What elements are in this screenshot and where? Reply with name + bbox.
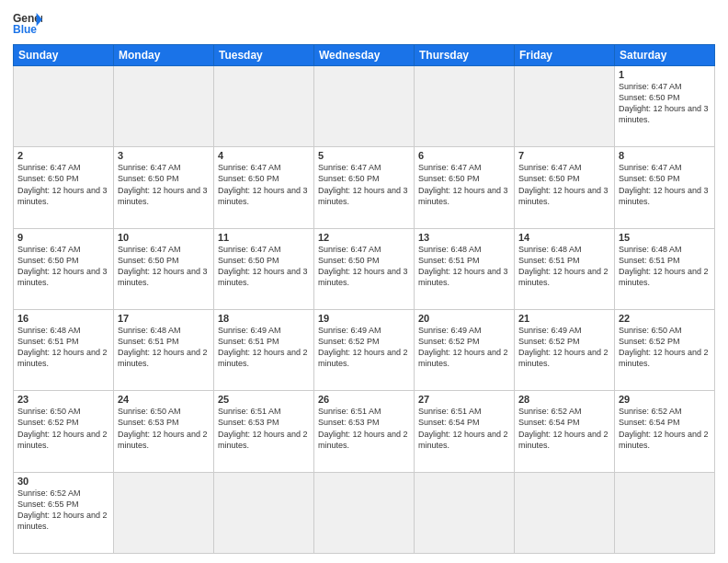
day-number: 25 — [218, 394, 310, 405]
calendar-day — [314, 472, 415, 553]
calendar-day: 14Sunrise: 6:48 AMSunset: 6:51 PMDayligh… — [515, 228, 615, 309]
calendar-day — [515, 472, 615, 553]
day-info: Sunrise: 6:47 AMSunset: 6:50 PMDaylight:… — [518, 162, 610, 207]
day-number: 7 — [518, 150, 610, 161]
calendar-day: 16Sunrise: 6:48 AMSunset: 6:51 PMDayligh… — [14, 309, 114, 390]
calendar-day: 10Sunrise: 6:47 AMSunset: 6:50 PMDayligh… — [114, 228, 214, 309]
day-number: 14 — [518, 232, 610, 243]
day-number: 28 — [518, 394, 610, 405]
calendar-day: 3Sunrise: 6:47 AMSunset: 6:50 PMDaylight… — [114, 147, 214, 228]
day-info: Sunrise: 6:50 AMSunset: 6:53 PMDaylight:… — [118, 406, 210, 451]
weekday-header-wednesday: Wednesday — [314, 45, 415, 66]
day-number: 2 — [17, 150, 109, 161]
day-number: 21 — [518, 313, 610, 324]
calendar-day — [214, 66, 314, 147]
calendar-day: 8Sunrise: 6:47 AMSunset: 6:50 PMDaylight… — [615, 147, 715, 228]
day-info: Sunrise: 6:47 AMSunset: 6:50 PMDaylight:… — [619, 81, 711, 126]
calendar-day: 22Sunrise: 6:50 AMSunset: 6:52 PMDayligh… — [615, 309, 715, 390]
day-number: 17 — [118, 313, 210, 324]
calendar-day: 13Sunrise: 6:48 AMSunset: 6:51 PMDayligh… — [415, 228, 515, 309]
logo-icon: General Blue — [13, 9, 42, 39]
day-info: Sunrise: 6:52 AMSunset: 6:54 PMDaylight:… — [518, 406, 610, 451]
day-number: 4 — [218, 150, 310, 161]
day-info: Sunrise: 6:50 AMSunset: 6:52 PMDaylight:… — [619, 325, 711, 370]
day-info: Sunrise: 6:47 AMSunset: 6:50 PMDaylight:… — [17, 162, 109, 207]
day-number: 10 — [118, 232, 210, 243]
day-number: 15 — [619, 232, 711, 243]
calendar-day: 7Sunrise: 6:47 AMSunset: 6:50 PMDaylight… — [515, 147, 615, 228]
calendar-week-1: 1Sunrise: 6:47 AMSunset: 6:50 PMDaylight… — [14, 66, 715, 147]
day-number: 1 — [619, 69, 711, 80]
day-info: Sunrise: 6:47 AMSunset: 6:50 PMDaylight:… — [619, 162, 711, 207]
calendar-day: 23Sunrise: 6:50 AMSunset: 6:52 PMDayligh… — [14, 391, 114, 472]
calendar-day: 26Sunrise: 6:51 AMSunset: 6:53 PMDayligh… — [314, 391, 415, 472]
weekday-header-sunday: Sunday — [14, 45, 114, 66]
calendar-day: 11Sunrise: 6:47 AMSunset: 6:50 PMDayligh… — [214, 228, 314, 309]
calendar-day: 25Sunrise: 6:51 AMSunset: 6:53 PMDayligh… — [214, 391, 314, 472]
calendar-day — [314, 66, 415, 147]
calendar-week-6: 30Sunrise: 6:52 AMSunset: 6:55 PMDayligh… — [14, 472, 715, 553]
day-info: Sunrise: 6:48 AMSunset: 6:51 PMDaylight:… — [118, 325, 210, 370]
day-number: 13 — [418, 232, 510, 243]
calendar-day: 20Sunrise: 6:49 AMSunset: 6:52 PMDayligh… — [415, 309, 515, 390]
day-info: Sunrise: 6:49 AMSunset: 6:52 PMDaylight:… — [318, 325, 410, 370]
day-info: Sunrise: 6:47 AMSunset: 6:50 PMDaylight:… — [318, 162, 410, 207]
calendar-week-3: 9Sunrise: 6:47 AMSunset: 6:50 PMDaylight… — [14, 228, 715, 309]
calendar-week-5: 23Sunrise: 6:50 AMSunset: 6:52 PMDayligh… — [14, 391, 715, 472]
day-number: 5 — [318, 150, 410, 161]
day-number: 27 — [418, 394, 510, 405]
day-number: 6 — [418, 150, 510, 161]
calendar-day: 15Sunrise: 6:48 AMSunset: 6:51 PMDayligh… — [615, 228, 715, 309]
day-info: Sunrise: 6:47 AMSunset: 6:50 PMDaylight:… — [418, 162, 510, 207]
header: General Blue — [13, 9, 715, 39]
day-info: Sunrise: 6:47 AMSunset: 6:50 PMDaylight:… — [218, 162, 310, 207]
calendar-day — [515, 66, 615, 147]
weekday-header-row: SundayMondayTuesdayWednesdayThursdayFrid… — [14, 45, 715, 66]
day-number: 16 — [17, 313, 109, 324]
day-info: Sunrise: 6:52 AMSunset: 6:55 PMDaylight:… — [17, 488, 109, 533]
day-number: 12 — [318, 232, 410, 243]
weekday-header-monday: Monday — [114, 45, 214, 66]
weekday-header-friday: Friday — [515, 45, 615, 66]
calendar-day: 29Sunrise: 6:52 AMSunset: 6:54 PMDayligh… — [615, 391, 715, 472]
calendar-day — [114, 66, 214, 147]
calendar-day — [14, 66, 114, 147]
svg-text:Blue: Blue — [13, 23, 37, 36]
calendar-week-2: 2Sunrise: 6:47 AMSunset: 6:50 PMDaylight… — [14, 147, 715, 228]
day-info: Sunrise: 6:47 AMSunset: 6:50 PMDaylight:… — [118, 162, 210, 207]
calendar-day: 24Sunrise: 6:50 AMSunset: 6:53 PMDayligh… — [114, 391, 214, 472]
day-number: 26 — [318, 394, 410, 405]
day-info: Sunrise: 6:47 AMSunset: 6:50 PMDaylight:… — [118, 244, 210, 289]
day-info: Sunrise: 6:47 AMSunset: 6:50 PMDaylight:… — [17, 244, 109, 289]
day-info: Sunrise: 6:51 AMSunset: 6:53 PMDaylight:… — [318, 406, 410, 451]
calendar-day: 27Sunrise: 6:51 AMSunset: 6:54 PMDayligh… — [415, 391, 515, 472]
day-info: Sunrise: 6:48 AMSunset: 6:51 PMDaylight:… — [518, 244, 610, 289]
weekday-header-saturday: Saturday — [615, 45, 715, 66]
day-info: Sunrise: 6:47 AMSunset: 6:50 PMDaylight:… — [218, 244, 310, 289]
day-number: 24 — [118, 394, 210, 405]
calendar-table: SundayMondayTuesdayWednesdayThursdayFrid… — [13, 44, 715, 554]
calendar-day: 12Sunrise: 6:47 AMSunset: 6:50 PMDayligh… — [314, 228, 415, 309]
day-info: Sunrise: 6:48 AMSunset: 6:51 PMDaylight:… — [17, 325, 109, 370]
day-number: 30 — [17, 476, 109, 487]
day-info: Sunrise: 6:48 AMSunset: 6:51 PMDaylight:… — [418, 244, 510, 289]
page: General Blue SundayMondayTuesdayWednesda… — [0, 0, 728, 563]
day-info: Sunrise: 6:48 AMSunset: 6:51 PMDaylight:… — [619, 244, 711, 289]
calendar-day: 9Sunrise: 6:47 AMSunset: 6:50 PMDaylight… — [14, 228, 114, 309]
day-info: Sunrise: 6:50 AMSunset: 6:52 PMDaylight:… — [17, 406, 109, 451]
day-info: Sunrise: 6:49 AMSunset: 6:52 PMDaylight:… — [418, 325, 510, 370]
calendar-day: 5Sunrise: 6:47 AMSunset: 6:50 PMDaylight… — [314, 147, 415, 228]
day-info: Sunrise: 6:47 AMSunset: 6:50 PMDaylight:… — [318, 244, 410, 289]
calendar-day — [615, 472, 715, 553]
day-number: 11 — [218, 232, 310, 243]
calendar-day: 21Sunrise: 6:49 AMSunset: 6:52 PMDayligh… — [515, 309, 615, 390]
day-number: 8 — [619, 150, 711, 161]
weekday-header-tuesday: Tuesday — [214, 45, 314, 66]
calendar-day: 4Sunrise: 6:47 AMSunset: 6:50 PMDaylight… — [214, 147, 314, 228]
weekday-header-thursday: Thursday — [415, 45, 515, 66]
calendar-day: 28Sunrise: 6:52 AMSunset: 6:54 PMDayligh… — [515, 391, 615, 472]
day-info: Sunrise: 6:49 AMSunset: 6:51 PMDaylight:… — [218, 325, 310, 370]
calendar-day — [214, 472, 314, 553]
day-info: Sunrise: 6:51 AMSunset: 6:54 PMDaylight:… — [418, 406, 510, 451]
calendar-day: 19Sunrise: 6:49 AMSunset: 6:52 PMDayligh… — [314, 309, 415, 390]
